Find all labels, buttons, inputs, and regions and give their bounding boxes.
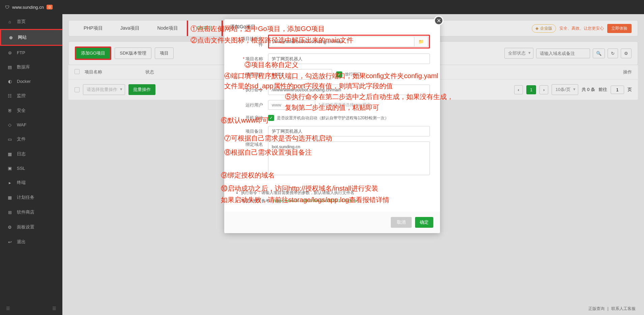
tip-cmd: 执行命令：请输入项目需要携带的参数，默认请输入执行文件名 (241, 189, 430, 197)
db-icon: ▤ (7, 65, 13, 70)
next-page-button[interactable]: › (539, 85, 548, 94)
sidebar-item-waf[interactable]: ◇WAF (0, 118, 62, 132)
sidebar-label: 日志 (17, 151, 26, 157)
sidebar-item-logout[interactable]: ↩退出 (0, 234, 62, 249)
confirm-button[interactable]: 确定 (415, 217, 433, 228)
sidebar-item-files[interactable]: ▭文件 (0, 132, 62, 147)
enterprise-badge[interactable]: ◈企业版 (532, 24, 556, 33)
external-icon: ⧉ (354, 199, 357, 203)
home-icon: ⌂ (7, 19, 13, 24)
exec-file-input[interactable] (270, 36, 414, 47)
sidebar-item-cron[interactable]: ▦计划任务 (0, 190, 62, 205)
per-page-select[interactable]: 10条/页 (552, 84, 578, 95)
docker-icon: ◐ (7, 79, 13, 84)
allow-port-checkbox[interactable]: ✓ (336, 71, 342, 77)
waf-icon: ◇ (7, 122, 13, 127)
col-ssl: SSL证书 (412, 69, 612, 75)
sidebar-item-ssl[interactable]: ▣SSL (0, 161, 62, 175)
add-go-project-button[interactable]: 添加GO项目 (75, 46, 111, 60)
tab-go[interactable]: Go项目 (187, 21, 223, 36)
sidebar-item-monitor[interactable]: ☷监控 (0, 88, 62, 103)
sidebar-item-home[interactable]: ⌂首页 (0, 14, 62, 29)
modal-tips: 执行命令：请输入项目需要携带的参数，默认请输入执行文件名 项目教程可参考：htt… (224, 185, 440, 212)
sidebar-item-security[interactable]: ⛨安全 (0, 103, 62, 118)
prev-page-button[interactable]: ‹ (514, 85, 523, 94)
select-all-checkbox[interactable] (75, 69, 80, 74)
sidebar-item-store[interactable]: ⊞软件商店 (0, 205, 62, 220)
search-input[interactable] (536, 49, 590, 58)
project-name-input[interactable] (268, 54, 430, 64)
label-exec: *项目执行文件 (234, 36, 268, 48)
terminal-icon: ▸ (7, 180, 13, 185)
sidebar-item-docker[interactable]: ◐Docker (0, 74, 62, 88)
sidebar-item-ftp[interactable]: ⊜FTP (0, 46, 62, 60)
row-checkbox[interactable] (75, 87, 80, 92)
close-icon[interactable]: ✕ (434, 16, 443, 25)
footer-verify[interactable]: 正版查询 (588, 306, 605, 311)
collapse-right-icon[interactable]: ☰ (52, 306, 56, 311)
cancel-button[interactable]: 取消 (391, 217, 412, 228)
label-boot: 开机启动 (234, 115, 268, 121)
sidebar-label: 监控 (17, 93, 26, 99)
tutorial-link[interactable]: https://www.bt.cn/bbs/thread-93034-1-1.h… (273, 198, 353, 203)
autostart-desc: 是否设置开机自动启动（默认自带守护进程每120秒检测一次） (277, 115, 389, 121)
main-content: PHP项目 Java项目 Node项目 Go项目 Python项目 Net项目 … (62, 14, 644, 315)
monitor-icon: ☷ (7, 93, 13, 98)
promo-text: 安全、高效、让您更安心 (559, 26, 604, 31)
tab-node[interactable]: Node项目 (148, 21, 186, 36)
note-input[interactable] (268, 126, 430, 136)
user-hint: * 无特殊需求请选择www用户 (319, 102, 371, 108)
user-select[interactable]: www (268, 100, 315, 110)
ssl-icon: ▣ (7, 166, 13, 171)
page-unit: 页 (627, 87, 632, 93)
sdk-version-button[interactable]: SDK版本管理 (115, 48, 151, 59)
notif-badge[interactable]: 0 (47, 5, 53, 9)
sidebar-label: Docker (17, 79, 31, 84)
sidebar-label: 终端 (17, 180, 26, 186)
goto-label: 前往 (598, 87, 607, 93)
settings-icon[interactable]: ⚙ (621, 49, 632, 58)
total-count: 共 0 条 (582, 87, 595, 93)
search-icon[interactable]: 🔍 (593, 49, 605, 58)
sidebar-label: 首页 (17, 19, 26, 25)
allow-port-label: 放行端口 (345, 71, 361, 77)
add-go-modal: ✕ 添加Go项目 *项目执行文件 📁 *项目名称 *项目端口 (224, 19, 440, 233)
sidebar-label: 文件 (17, 136, 26, 142)
label-cmd: *执行命令 (234, 87, 268, 93)
refresh-icon[interactable]: ↻ (608, 49, 618, 58)
sidebar-item-logs[interactable]: ▦日志 (0, 147, 62, 161)
globe-icon: ⊕ (8, 35, 14, 40)
tip-tutorial: 项目教程可参考：https://www.bt.cn/bbs/thread-930… (241, 197, 430, 205)
gear-icon: ⚙ (7, 225, 13, 230)
col-name: 项目名称 (85, 69, 145, 75)
collapse-left-icon[interactable]: ☰ (6, 306, 10, 311)
sidebar-item-terminal[interactable]: ▸终端 (0, 175, 62, 190)
sidebar-item-settings[interactable]: ⚙面板设置 (0, 220, 62, 234)
try-now-button[interactable]: 立即体验 (607, 24, 632, 33)
port-input[interactable] (268, 69, 332, 80)
batch-action-button[interactable]: 批量操作 (128, 84, 155, 95)
autostart-checkbox[interactable]: ✓ (268, 115, 274, 121)
page-number[interactable]: 1 (526, 85, 536, 94)
goto-page-input[interactable] (611, 86, 624, 94)
sidebar-label: 面板设置 (17, 224, 34, 230)
logout-icon: ↩ (7, 240, 13, 245)
shield-icon: 🛡 (5, 5, 9, 10)
folder-icon[interactable]: 📁 (414, 36, 428, 47)
sidebar-item-website[interactable]: ⊕网站 (0, 29, 62, 46)
log-icon: ▦ (7, 152, 13, 157)
topbar: 🛡 www.sunding.cn 0 (0, 0, 644, 14)
tab-php[interactable]: PHP项目 (75, 21, 112, 36)
status-filter-select[interactable]: 全部状态 (504, 48, 533, 59)
modal-title: 添加Go项目 (230, 24, 256, 30)
sidebar-item-database[interactable]: ▤数据库 (0, 60, 62, 74)
footer-support[interactable]: 联系人工客服 (611, 306, 636, 311)
label-port: *项目端口 (234, 71, 268, 77)
cmd-input[interactable] (268, 85, 430, 95)
tab-java[interactable]: Java项目 (112, 21, 149, 36)
recycle-button[interactable]: 项目 (155, 48, 174, 59)
domain-textarea[interactable]: bot.sunding.cn (268, 141, 430, 175)
sidebar: ⌂首页 ⊕网站 ⊜FTP ▤数据库 ◐Docker ☷监控 ⛨安全 ◇WAF ▭… (0, 14, 62, 315)
batch-select[interactable]: 请选择批量操作 (83, 84, 125, 95)
warning-icon: ⚠ (364, 72, 368, 77)
